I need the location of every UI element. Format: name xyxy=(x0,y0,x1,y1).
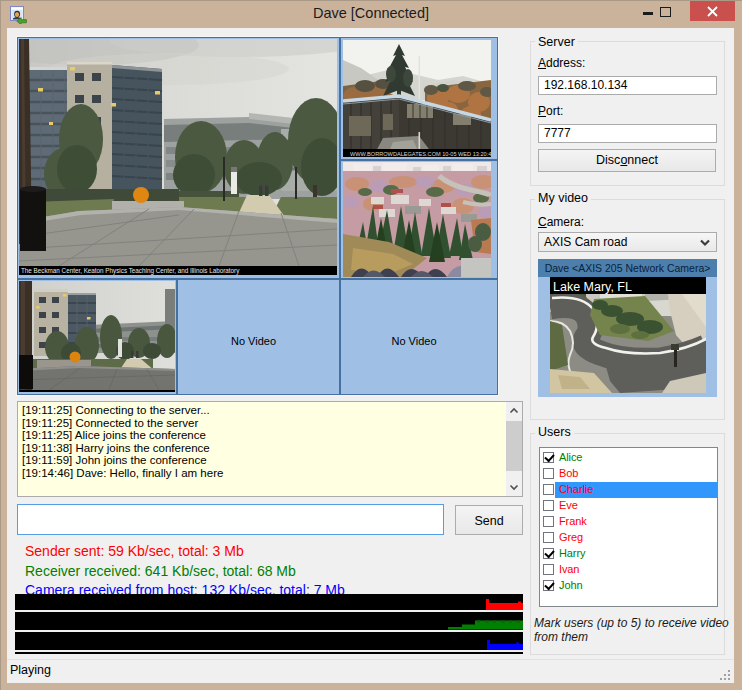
svg-text:Lake Mary, FL: Lake Mary, FL xyxy=(553,280,632,294)
svg-text:The Beckman Center, Keaton Phy: The Beckman Center, Keaton Physics Teach… xyxy=(21,267,240,275)
svg-text:WWW.BORROWDALEGATES.COM 10-05: WWW.BORROWDALEGATES.COM 10-05 WED 13:20:… xyxy=(350,151,491,157)
